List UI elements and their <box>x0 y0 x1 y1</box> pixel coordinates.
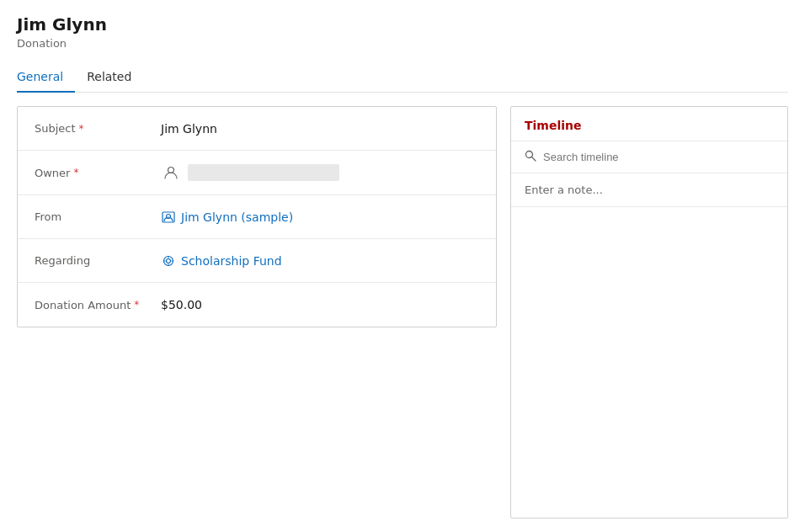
donation-amount-value[interactable]: $50.00 <box>161 298 479 311</box>
regarding-value[interactable]: Scholarship Fund <box>161 253 479 269</box>
from-text: Jim Glynn (sample) <box>181 210 293 224</box>
form-card: Subject * Jim Glynn Owner * <box>17 106 497 327</box>
content-area: Subject * Jim Glynn Owner * <box>17 106 788 519</box>
record-header: Jim Glynn Donation <box>17 13 788 50</box>
form-row-owner: Owner * <box>18 151 496 195</box>
timeline-panel: Timeline Enter a note... <box>510 106 788 519</box>
regarding-label: Regarding <box>35 254 161 267</box>
owner-label: Owner * <box>35 167 161 179</box>
regarding-text: Scholarship Fund <box>181 254 282 268</box>
from-value[interactable]: Jim Glynn (sample) <box>161 210 479 225</box>
timeline-search-bar[interactable] <box>511 141 787 173</box>
timeline-note-placeholder[interactable]: Enter a note... <box>511 173 787 207</box>
form-row-from: From Jim Glynn (sample) <box>18 195 496 239</box>
from-link-icon <box>161 210 176 225</box>
required-indicator-owner: * <box>73 167 78 178</box>
from-label: From <box>35 210 161 223</box>
subject-label: Subject * <box>35 122 161 135</box>
donation-amount-label: Donation Amount * <box>35 299 161 311</box>
owner-field <box>161 162 479 183</box>
main-panel: Subject * Jim Glynn Owner * <box>17 106 497 519</box>
timeline-header: Timeline <box>511 107 787 141</box>
form-row-regarding: Regarding Scholarship Fund <box>18 239 496 283</box>
record-title: Jim Glynn <box>17 13 788 35</box>
record-subtitle: Donation <box>17 37 788 50</box>
required-indicator: * <box>79 123 84 135</box>
svg-line-6 <box>532 157 536 162</box>
tab-related[interactable]: Related <box>75 63 143 92</box>
regarding-link-icon <box>161 253 176 269</box>
timeline-search-icon <box>525 150 536 164</box>
svg-point-4 <box>167 258 171 263</box>
required-indicator-amount: * <box>134 299 139 311</box>
owner-value[interactable] <box>161 162 479 183</box>
timeline-search-input[interactable] <box>543 151 774 163</box>
page-container: Jim Glynn Donation General Related Subje… <box>0 0 805 532</box>
subject-value[interactable]: Jim Glynn <box>161 122 479 136</box>
owner-bar <box>188 164 339 181</box>
tabs-bar: General Related <box>17 63 788 93</box>
tab-general[interactable]: General <box>17 63 75 92</box>
form-row-subject: Subject * Jim Glynn <box>18 107 496 151</box>
owner-person-icon <box>161 162 181 183</box>
form-row-donation-amount: Donation Amount * $50.00 <box>18 283 496 327</box>
